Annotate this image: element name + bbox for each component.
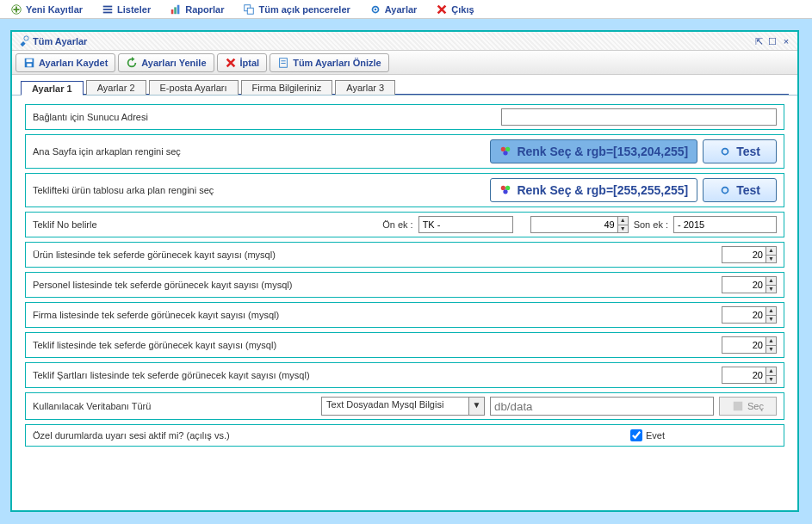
input-count-terms[interactable]: ▲▼ (722, 367, 777, 384)
input-count-offer[interactable]: ▲▼ (722, 336, 777, 354)
tab-settings-2[interactable]: Ayarlar 2 (86, 80, 146, 95)
svg-rect-14 (27, 63, 31, 66)
menu-settings[interactable]: Ayarlar (363, 2, 425, 17)
input-count-product[interactable]: ▲▼ (722, 246, 777, 263)
palette-icon (499, 184, 511, 196)
tab-settings-1[interactable]: Ayarlar 1 (21, 81, 84, 96)
input-connection[interactable] (501, 108, 777, 126)
input-offer-number[interactable]: ▲▼ (530, 216, 629, 233)
select-button: Seç (719, 397, 777, 416)
input-prefix[interactable] (418, 216, 513, 233)
label-suffix: Son ek : (629, 219, 673, 230)
input-db-path[interactable] (490, 397, 714, 416)
tabs: Ayarlar 1 Ayarlar 2 E-posta Ayarları Fir… (12, 75, 797, 96)
settings-window: Tüm Ayarlar ⇱ ☐ × Ayarları Kaydet Ayarla… (10, 30, 799, 512)
refresh-button[interactable]: Ayarları Yenile (118, 53, 214, 72)
folder-icon (732, 400, 744, 412)
cancel-button[interactable]: İptal (217, 53, 268, 72)
input-suffix[interactable] (673, 216, 777, 233)
svg-point-21 (722, 149, 728, 155)
wrench-icon (17, 35, 29, 47)
menu-reports[interactable]: Raporlar (163, 2, 231, 17)
color-picker-table[interactable]: Renk Seç & rgb=[255,255,255] (490, 178, 697, 202)
label-bg-table: Teklifteki ürün tablosu arka plan rengin… (33, 185, 220, 195)
tab-company[interactable]: Firma Bilgileriniz (241, 80, 333, 95)
svg-rect-4 (171, 9, 174, 14)
menu-new[interactable]: Yeni Kayıtlar (3, 2, 90, 17)
menu-windows[interactable]: Tüm açık pencereler (236, 2, 356, 17)
save-button[interactable]: Ayarları Kaydet (15, 53, 115, 72)
collapse-button[interactable]: ⇱ (753, 35, 765, 47)
combo-db-type[interactable]: Text Dosyadan Mysql Bilgisi ▼ (321, 397, 485, 416)
label-prefix: Ön ek : (377, 219, 418, 230)
menu-lists[interactable]: Listeler (95, 2, 158, 17)
row-db: Kullanılacak Veritabanı Türü Text Dosyad… (25, 392, 784, 420)
row-bg-color-main: Ana Sayfa için arkaplan rengini seç Renk… (25, 134, 784, 169)
svg-rect-17 (282, 63, 286, 64)
refresh-icon (126, 57, 138, 69)
row-count-terms: Teklif Şartları listesinde tek seferde g… (25, 362, 784, 388)
svg-point-23 (505, 186, 510, 190)
tab-settings-3[interactable]: Ayarlar 3 (335, 80, 395, 95)
gear-icon (719, 184, 731, 196)
preview-button[interactable]: Tüm Ayarları Önizle (270, 53, 389, 72)
svg-point-25 (722, 188, 728, 194)
close-icon (436, 3, 448, 15)
preview-icon (277, 57, 289, 69)
input-count-staff[interactable]: ▲▼ (722, 276, 777, 293)
tab-email[interactable]: E-posta Ayarları (149, 80, 239, 95)
input-count-firm[interactable]: ▲▼ (722, 306, 777, 324)
stepper-up[interactable]: ▲ (618, 217, 628, 225)
toolbar: Ayarları Kaydet Ayarları Yenile İptal Tü… (12, 51, 797, 75)
label-bg-main: Ana Sayfa için arkaplan rengini seç (33, 146, 188, 157)
row-offer-no: Teklif No belirle Ön ek : ▲▼ Son ek : (25, 212, 784, 237)
test-bg-table[interactable]: Test (703, 178, 777, 202)
cancel-icon (225, 57, 237, 69)
color-picker-main[interactable]: Renk Seç & rgb=[153,204,255] (490, 139, 697, 163)
svg-rect-16 (282, 60, 286, 61)
main-menubar: Yeni Kayıtlar Listeler Raporlar Tüm açık… (0, 0, 812, 19)
svg-rect-1 (103, 5, 113, 7)
windows-icon (243, 3, 255, 15)
window-title: Tüm Ayarlar (33, 36, 87, 46)
chart-icon (170, 3, 182, 15)
row-connection: Bağlantı için Sunucu Adresi (25, 104, 784, 130)
row-sound: Özel durumlarda uyarı sesi aktif mi? (aç… (25, 424, 784, 447)
svg-rect-13 (27, 59, 33, 62)
chevron-down-icon[interactable]: ▼ (468, 398, 484, 415)
svg-rect-6 (177, 4, 180, 14)
maximize-button[interactable]: ☐ (766, 35, 778, 47)
svg-point-24 (504, 189, 508, 194)
palette-icon (499, 145, 511, 157)
gear-icon (719, 145, 731, 157)
svg-rect-26 (734, 402, 743, 411)
row-bg-color-table: Teklifteki ürün tablosu arka plan rengin… (25, 173, 784, 207)
svg-point-19 (505, 147, 510, 151)
stepper-down[interactable]: ▼ (618, 225, 628, 233)
row-count-product: Ürün listesinde tek seferde görünecek ka… (25, 242, 784, 268)
label-offer-no: Teklif No belirle (33, 219, 104, 230)
svg-rect-8 (248, 8, 254, 14)
plus-icon (10, 3, 22, 15)
svg-point-18 (501, 147, 505, 151)
svg-rect-5 (174, 7, 177, 14)
svg-rect-3 (103, 11, 113, 13)
svg-point-22 (501, 186, 505, 190)
row-count-staff: Personel listesinde tek seferde görünece… (25, 272, 784, 298)
row-count-firm: Firma listesinde tek seferde görünecek k… (25, 302, 784, 328)
titlebar[interactable]: Tüm Ayarlar ⇱ ☐ × (12, 32, 797, 51)
tab-content: Bağlantı için Sunucu Adresi Ana Sayfa iç… (12, 96, 797, 459)
svg-point-11 (24, 35, 28, 40)
row-count-offer: Teklif listesinde tek seferde görünecek … (25, 332, 784, 358)
test-bg-main[interactable]: Test (703, 139, 777, 163)
svg-point-10 (375, 8, 377, 10)
list-icon (102, 3, 114, 15)
svg-rect-2 (103, 9, 113, 10)
label-connection: Bağlantı için Sunucu Adresi (33, 112, 155, 122)
menu-exit[interactable]: Çıkış (429, 2, 480, 17)
svg-point-20 (504, 151, 508, 155)
gear-icon (369, 3, 381, 15)
checkbox-sound[interactable]: Evet (630, 429, 665, 441)
save-icon (23, 57, 35, 69)
close-button[interactable]: × (780, 35, 792, 47)
